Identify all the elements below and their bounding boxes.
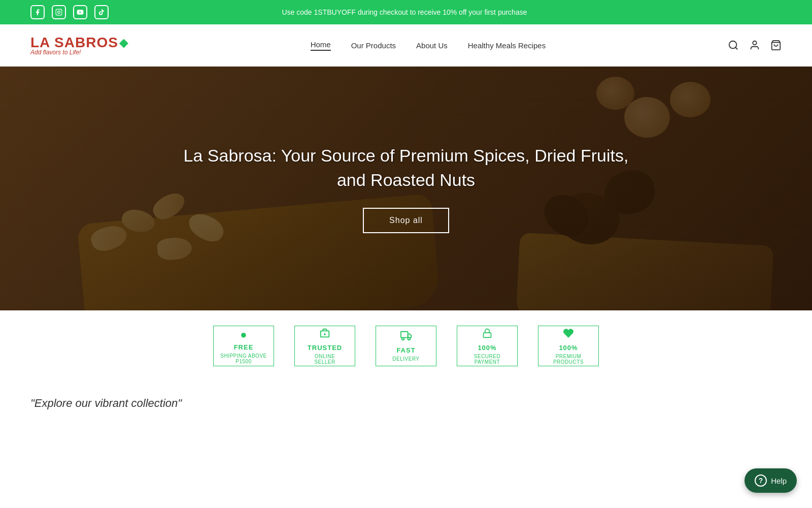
feature-free-shipping-sub: SHIPPING ABOVEP1500 [220,353,266,364]
svg-line-5 [735,47,737,49]
svg-point-6 [753,41,756,45]
feature-trusted-title: TRUSTED [308,344,342,352]
hero-section: La Sabrosa: Your Source of Premium Spice… [0,67,812,310]
youtube-icon[interactable] [73,5,87,19]
social-icons-group [10,5,109,19]
login-button[interactable] [749,40,760,51]
feature-secured-sub: SECUREDPAYMENT [474,354,500,365]
feature-fast-delivery: FAST DELIVERY [376,326,436,366]
feature-premium-sub: PREMIUMPRODUCTS [553,354,584,365]
hero-title: La Sabrosa: Your Source of Premium Spice… [184,144,629,192]
cart-button[interactable] [770,40,782,51]
nav-home[interactable]: Home [311,40,331,51]
feature-free-shipping-title: FREE [234,343,254,351]
feature-premium-products: 100% PREMIUMPRODUCTS [538,326,599,366]
nav-healthy-meals[interactable]: Healthy Meals Recipes [468,41,546,50]
facebook-icon[interactable] [30,5,45,19]
header: LA SABROS Add flavors to Life! Home Our … [0,24,812,67]
search-button[interactable] [728,40,739,51]
promo-text: Use code 1STBUYOFF during checkout to re… [109,8,700,16]
feature-premium-title: 100% [559,344,578,352]
feature-trusted-sub: ONLINESELLER [314,354,335,365]
hero-content: La Sabrosa: Your Source of Premium Spice… [184,144,629,233]
svg-point-4 [729,41,737,49]
feature-fast-title: FAST [396,346,415,354]
svg-point-1 [58,11,60,14]
premium-products-icon [563,328,574,342]
svg-point-2 [60,10,61,11]
tagline-text: "Explore our vibrant collection" [30,397,182,409]
header-actions [728,40,782,51]
feature-free-shipping: ● FREE SHIPPING ABOVEP1500 [213,326,274,366]
nav-our-products[interactable]: Our Products [351,41,396,50]
svg-rect-11 [401,332,408,338]
shop-all-button[interactable]: Shop all [363,208,449,233]
svg-point-13 [408,338,411,340]
svg-rect-0 [56,9,62,15]
feature-secured-payment: 100% SECUREDPAYMENT [457,326,518,366]
feature-fast-sub: DELIVERY [392,356,419,362]
tiktok-icon[interactable] [94,5,109,19]
free-shipping-icon: ● [240,328,247,341]
logo: LA SABROS Add flavors to Life! [30,35,128,56]
tagline-section: "Explore our vibrant collection" [0,382,812,415]
features-bar: ● FREE SHIPPING ABOVEP1500 TRUSTED ONLIN… [0,310,812,382]
svg-point-12 [402,338,404,340]
instagram-icon[interactable] [52,5,66,19]
fast-delivery-icon [400,330,412,344]
feature-trusted-seller: TRUSTED ONLINESELLER [294,326,355,366]
svg-rect-14 [484,333,491,337]
trusted-seller-icon [319,328,330,342]
top-banner: Use code 1STBUYOFF during checkout to re… [0,0,812,24]
logo-tagline: Add flavors to Life! [30,49,81,56]
secured-payment-icon [482,328,492,342]
feature-secured-title: 100% [478,344,496,352]
main-nav: Home Our Products About Us Healthy Meals… [311,40,546,51]
logo-leaf-icon [119,39,128,48]
nav-about-us[interactable]: About Us [416,41,448,50]
